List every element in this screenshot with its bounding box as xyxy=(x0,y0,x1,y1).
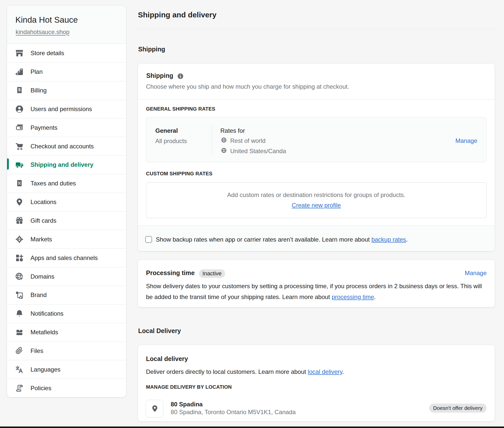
svg-text:$: $ xyxy=(18,87,21,92)
